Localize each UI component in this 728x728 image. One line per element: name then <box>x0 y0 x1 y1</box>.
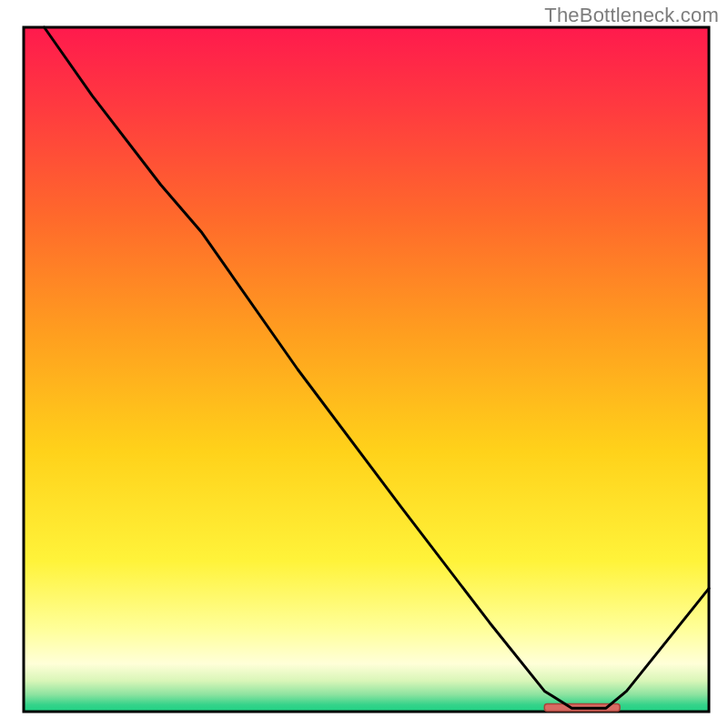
attribution-text: TheBottleneck.com <box>544 4 719 27</box>
bottleneck-chart: TheBottleneck.com <box>0 0 728 728</box>
chart-canvas <box>0 0 728 728</box>
plot-background <box>24 27 709 712</box>
